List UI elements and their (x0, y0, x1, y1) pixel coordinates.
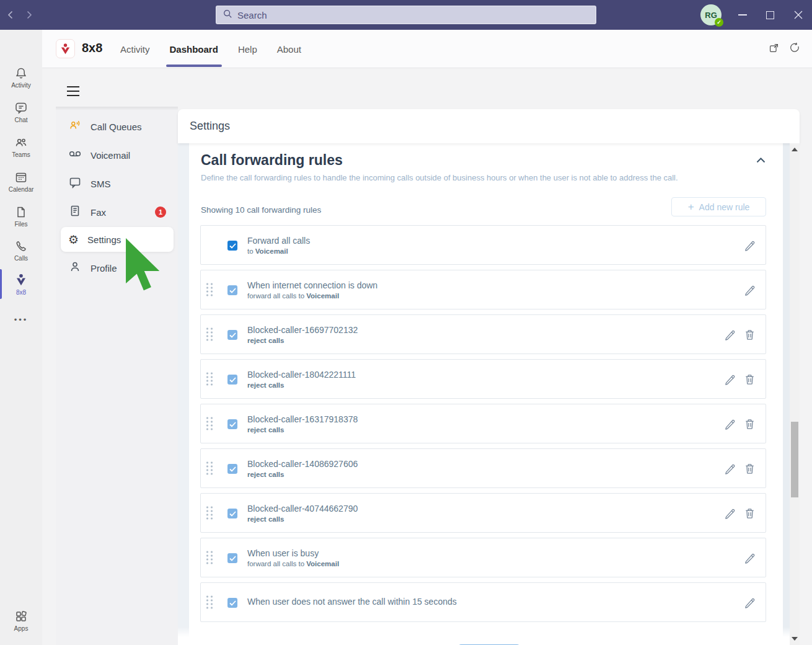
nav-back-icon[interactable] (6, 10, 15, 20)
drag-handle-icon[interactable] (206, 507, 213, 520)
app-header: 8x8 Activity Dashboard Help About (42, 30, 812, 68)
rail-item-activity[interactable]: Activity (0, 66, 42, 89)
sidebar-menu-toggle[interactable] (67, 86, 79, 97)
more-apps-icon[interactable]: ••• (0, 315, 42, 324)
teams-rail: Activity Chat Teams Calendar Files (0, 30, 42, 645)
sidebar-item-call-queues[interactable]: Call Queues (61, 114, 174, 139)
rule-checkbox[interactable] (227, 464, 237, 474)
rule-checkbox[interactable] (227, 241, 237, 251)
rule-row: When user does not answer the call withi… (200, 582, 766, 622)
rule-checkbox[interactable] (227, 330, 237, 340)
edit-rule-icon[interactable] (744, 284, 756, 296)
rail-item-chat[interactable]: Chat (0, 100, 42, 123)
scroll-down-arrow[interactable] (792, 637, 798, 641)
add-new-rule-button[interactable]: + Add new rule (671, 197, 766, 216)
tab-dashboard[interactable]: Dashboard (170, 30, 218, 68)
rule-checkbox[interactable] (227, 285, 237, 295)
sidebar-item-sms[interactable]: SMS (61, 171, 174, 196)
rule-checkbox[interactable] (227, 598, 237, 608)
sidebar-item-label: Profile (90, 263, 117, 274)
rule-row: Blocked-caller-14086927606 reject calls (200, 448, 766, 488)
edit-rule-icon[interactable] (724, 418, 736, 430)
section-description: Define the call forwarding rules to hand… (201, 173, 678, 182)
edit-rule-icon[interactable] (744, 552, 756, 564)
tab-help[interactable]: Help (238, 30, 257, 68)
rule-subtitle: reject calls (247, 426, 358, 434)
tab-activity[interactable]: Activity (120, 30, 150, 68)
edit-rule-icon[interactable] (724, 329, 736, 340)
close-button[interactable] (784, 0, 812, 30)
rule-title: When internet connection is down (247, 280, 377, 290)
sidebar-item-voicemail[interactable]: Voicemail (61, 143, 174, 167)
pop-out-icon[interactable] (768, 42, 780, 56)
delete-rule-icon[interactable] (744, 463, 756, 474)
drag-handle-icon[interactable] (206, 417, 213, 430)
edit-rule-icon[interactable] (724, 373, 736, 385)
rail-item-calls[interactable]: Calls (0, 239, 42, 262)
rule-row: Blocked-caller-16317918378 reject calls (200, 404, 766, 443)
drag-handle-icon[interactable] (206, 328, 213, 341)
chat-icon (0, 100, 42, 115)
scrollbar-thumb[interactable] (791, 422, 798, 497)
sidebar-item-label: Voicemail (90, 150, 130, 161)
rail-item-teams[interactable]: Teams (0, 135, 42, 158)
window-titlebar: RG ✓ (0, 0, 812, 30)
sidebar-item-fax[interactable]: Fax 1 (61, 200, 174, 225)
app-window: RG ✓ Activity Chat T (0, 0, 812, 645)
rail-item-files[interactable]: Files (0, 205, 42, 228)
rule-row: Blocked-caller-18042221111 reject calls (200, 359, 766, 399)
rail-item-apps[interactable]: Apps (0, 609, 42, 632)
drag-handle-icon[interactable] (206, 462, 213, 475)
search-icon (223, 9, 232, 21)
section-title: Call forwarding rules (201, 152, 343, 169)
add-new-rule-label: Add new rule (699, 202, 750, 212)
maximize-button[interactable] (756, 0, 784, 30)
nav-forward-icon[interactable] (25, 10, 33, 20)
rule-subtitle: to Voicemail (247, 247, 310, 255)
rule-subtitle: forward all calls to Voicemail (247, 292, 377, 300)
8x8-logo-icon (0, 272, 42, 288)
drag-handle-icon[interactable] (206, 283, 213, 296)
vertical-scrollbar (790, 143, 800, 645)
collapse-section-icon[interactable] (756, 154, 766, 166)
rule-checkbox[interactable] (227, 375, 237, 385)
fax-unread-badge: 1 (155, 207, 166, 218)
minimize-button[interactable] (728, 0, 756, 30)
rail-label: 8x8 (0, 289, 42, 296)
tab-about[interactable]: About (277, 30, 301, 68)
phone-icon (0, 239, 42, 254)
rule-title: Blocked-caller-18042221111 (247, 370, 356, 380)
rail-label: Files (0, 221, 42, 228)
edit-rule-icon[interactable] (724, 463, 736, 474)
rule-title: Blocked-caller-16317918378 (247, 414, 358, 424)
search-bar[interactable] (216, 6, 596, 24)
drag-handle-icon[interactable] (206, 551, 213, 564)
rule-checkbox[interactable] (227, 553, 237, 563)
search-input[interactable] (237, 10, 589, 20)
delete-rule-icon[interactable] (744, 373, 756, 385)
rule-row: Forward all calls to Voicemail (200, 225, 766, 265)
sidebar-item-label: Settings (87, 234, 121, 245)
sidebar-item-profile[interactable]: Profile (61, 256, 174, 280)
drag-handle-icon[interactable] (206, 596, 213, 609)
rule-checkbox[interactable] (227, 509, 237, 518)
rail-item-calendar[interactable]: Calendar (0, 170, 42, 193)
8x8-app-logo (56, 39, 75, 58)
rule-checkbox[interactable] (227, 419, 237, 429)
delete-rule-icon[interactable] (744, 329, 756, 340)
edit-rule-icon[interactable] (744, 239, 756, 251)
rail-item-8x8[interactable]: 8x8 (0, 272, 42, 296)
edit-rule-icon[interactable] (744, 597, 756, 608)
refresh-icon[interactable] (788, 42, 801, 56)
edit-rule-icon[interactable] (724, 507, 736, 519)
scroll-up-arrow[interactable] (792, 148, 798, 151)
rule-title: Blocked-caller-16697702132 (247, 325, 358, 335)
drag-handle-icon[interactable] (206, 373, 213, 386)
voicemail-icon (68, 147, 82, 163)
delete-rule-icon[interactable] (744, 418, 756, 430)
avatar[interactable]: RG ✓ (700, 4, 722, 25)
delete-rule-icon[interactable] (744, 507, 756, 519)
people-icon (0, 135, 42, 150)
rules-list: Forward all calls to Voicemail When inte… (200, 225, 766, 627)
sidebar-item-settings[interactable]: ⚙ Settings (61, 227, 174, 252)
